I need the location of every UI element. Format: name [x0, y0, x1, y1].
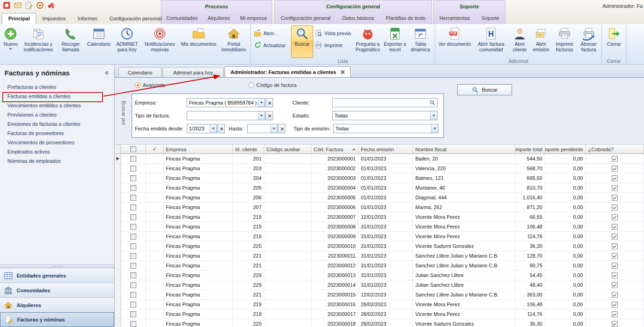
row-checkbox[interactable] — [130, 185, 136, 191]
cell-cobrada[interactable] — [586, 193, 644, 202]
doc-tab-adminet-hoy[interactable]: Adminet para hoy — [163, 67, 224, 77]
row-checkbox[interactable] — [130, 195, 136, 201]
ribbon-tab[interactable]: Configuración general — [279, 14, 333, 22]
row-select-cell[interactable] — [121, 173, 146, 183]
row-checkbox[interactable] — [130, 272, 136, 278]
header-check-cell[interactable]: ✓ — [146, 145, 164, 154]
tabla-dinamica-button[interactable]: Tabla dinámica — [407, 25, 433, 58]
cobrada-checkbox[interactable] — [612, 166, 618, 172]
cell-cobrada[interactable] — [586, 300, 644, 309]
row-select-cell[interactable] — [121, 193, 146, 202]
cell-cobrada[interactable] — [586, 309, 644, 319]
ver-documento-button[interactable]: Ver documento — [437, 25, 473, 58]
column-header-importe-total[interactable]: Importe total — [516, 145, 545, 154]
row-checkbox[interactable] — [130, 166, 136, 172]
nav-comunidades[interactable]: Comunidades — [0, 283, 114, 297]
adminet-hoy-button[interactable]: ADMINET para hoy — [113, 25, 141, 58]
mis-documentos-button[interactable]: Mis documentos — [179, 25, 219, 58]
table-row[interactable]: Fincas Pragma 220 2023000010 31/01/2023 … — [115, 241, 644, 251]
target-icon[interactable] — [36, 1, 44, 9]
buscar-button[interactable]: Buscar — [457, 84, 512, 95]
cell-cobrada[interactable] — [586, 290, 644, 299]
nuevo-button[interactable]: Nuevo — [1, 25, 20, 58]
table-row[interactable]: Fincas Pragma 221 2023000011 31/01/2023 … — [115, 251, 644, 261]
cobrada-checkbox[interactable] — [612, 195, 618, 201]
row-select-cell[interactable] — [121, 319, 146, 327]
dropdown-icon[interactable] — [270, 124, 277, 133]
search-icon[interactable] — [428, 99, 437, 106]
vista-previa-button[interactable]: Vista previa — [315, 30, 351, 37]
incidencias-button[interactable]: Incidencias y notificaciones — [20, 25, 57, 58]
row-select-cell[interactable] — [121, 280, 146, 290]
row-select-cell[interactable] — [121, 164, 146, 173]
abrir-button[interactable]: Abrir... — [254, 30, 289, 37]
cobrada-checkbox[interactable] — [612, 234, 618, 240]
doc-tab-calendario[interactable]: Calendario — [118, 67, 162, 77]
cobrada-checkbox[interactable] — [612, 185, 618, 191]
row-select-cell[interactable] — [121, 300, 146, 309]
estado-combo[interactable]: Todas — [332, 111, 437, 120]
table-row[interactable]: Fincas Pragma 206 2023000005 01/01/2023 … — [115, 193, 644, 203]
row-checkbox[interactable] — [130, 243, 136, 249]
row-select-cell[interactable] — [121, 212, 146, 222]
cobrada-checkbox[interactable] — [612, 292, 618, 298]
dropdown-icon[interactable] — [430, 111, 437, 120]
ribbon-tab[interactable]: Comunidades — [164, 14, 200, 22]
cell-cobrada[interactable] — [586, 261, 644, 270]
dropdown-icon[interactable] — [431, 124, 438, 133]
cobrada-checkbox[interactable] — [612, 214, 618, 220]
sidebar-item[interactable]: Vencimientos emitidos a clientes — [7, 101, 114, 110]
nav-facturas-nominas[interactable]: Facturas y nóminas — [0, 312, 114, 327]
cell-cobrada[interactable] — [586, 251, 644, 260]
table-row[interactable]: Fincas Pragma 219 2023000017 28/02/2023 … — [115, 309, 644, 319]
table-row[interactable]: Fincas Pragma 229 2023000013 31/01/2023 … — [115, 271, 644, 280]
tipo-factura-combo[interactable] — [187, 111, 265, 120]
cell-cobrada[interactable] — [586, 280, 644, 290]
sidebar-item[interactable]: Empleados activos — [7, 147, 114, 156]
imprimir-button[interactable]: Imprimir — [315, 42, 351, 49]
cobrada-checkbox[interactable] — [612, 272, 618, 278]
portal-inmobiliario-button[interactable]: Portal inmobiliario — [219, 25, 249, 58]
cell-cobrada[interactable] — [586, 319, 644, 327]
ribbon-tab[interactable]: Alquileres — [206, 14, 232, 22]
abonar-factura-button[interactable]: Abonar factura — [577, 25, 600, 58]
tab-informes[interactable]: Informes — [72, 13, 103, 24]
table-row[interactable]: Fincas Pragma 219 2023000008 31/01/2023 … — [115, 222, 644, 232]
nav-alquileres[interactable]: Alquileres — [0, 297, 114, 312]
table-row[interactable]: Fincas Pragma 221 2023000015 12/02/2023 … — [115, 290, 644, 300]
ribbon-tab[interactable]: Datos básicos — [340, 14, 376, 22]
tab-principal[interactable]: Principal — [2, 13, 36, 24]
row-select-cell[interactable] — [121, 251, 146, 260]
table-row[interactable]: Fincas Pragma 203 2023000002 01/01/2023 … — [115, 164, 644, 173]
abrir-cliente-button[interactable]: Abrir cliente — [510, 25, 530, 58]
column-header-cobrada[interactable]: ¿Cobrada? — [586, 145, 644, 154]
column-header-fecha-emision[interactable]: Fecha emisión — [358, 145, 413, 154]
row-checkbox[interactable] — [130, 214, 136, 220]
table-row[interactable]: Fincas Pragma 204 2023000003 01/01/2023 … — [115, 173, 644, 183]
dropdown-icon[interactable] — [210, 124, 217, 133]
row-select-cell[interactable] — [121, 290, 146, 299]
select-all-checkbox[interactable] — [130, 146, 136, 152]
cobrada-checkbox[interactable] — [612, 282, 618, 288]
clear-icon[interactable] — [278, 124, 286, 133]
cobrada-checkbox[interactable] — [612, 243, 618, 249]
table-row[interactable]: Fincas Pragma 219 2023000007 12/01/2023 … — [115, 212, 644, 222]
row-select-cell[interactable] — [121, 261, 146, 270]
row-checkbox[interactable] — [130, 204, 136, 210]
dropdown-icon[interactable] — [258, 99, 265, 107]
row-checkbox[interactable] — [130, 302, 136, 308]
empresa-combo[interactable]: Fincas Pragma ( B58959784 ) — [187, 98, 265, 107]
actualizar-button[interactable]: Actualizar — [254, 42, 289, 49]
app-logo-icon[interactable] — [3, 1, 11, 9]
row-checkbox[interactable] — [130, 175, 136, 181]
ribbon-tab[interactable]: Plantillas de texto — [384, 14, 427, 22]
row-checkbox[interactable] — [130, 156, 136, 162]
cobrada-checkbox[interactable] — [612, 302, 618, 308]
pregunta-pragmatico-button[interactable]: Pregunta a Pragmático — [353, 25, 383, 58]
notificaciones-masivas-button[interactable]: Notificaciones masivas — [141, 25, 179, 58]
cell-cobrada[interactable] — [586, 232, 644, 241]
tab-close-icon[interactable] — [340, 70, 345, 74]
cobrada-checkbox[interactable] — [612, 253, 618, 259]
row-checkbox[interactable] — [130, 311, 136, 317]
cell-cobrada[interactable] — [586, 173, 644, 183]
